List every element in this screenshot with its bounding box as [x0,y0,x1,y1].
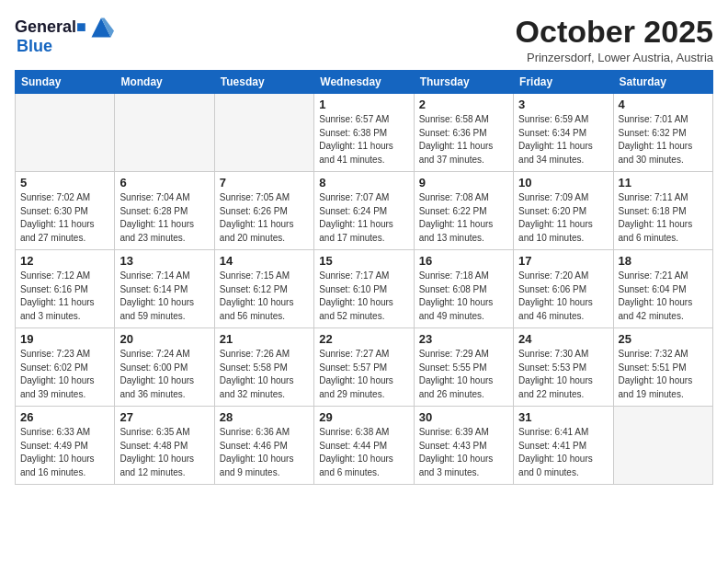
day-info: Sunrise: 6:38 AMSunset: 4:44 PMDaylight:… [319,426,408,479]
day-info: Sunrise: 7:05 AMSunset: 6:26 PMDaylight:… [220,191,309,245]
calendar-cell: 31Sunrise: 6:41 AMSunset: 4:41 PMDayligh… [514,407,613,485]
day-number: 16 [419,254,508,268]
col-wednesday: Wednesday [314,71,414,94]
day-info: Sunrise: 6:58 AMSunset: 6:36 PMDaylight:… [419,113,508,167]
day-number: 31 [518,410,608,424]
calendar-cell: 20Sunrise: 7:24 AMSunset: 6:00 PMDayligh… [115,328,214,407]
col-saturday: Saturday [613,71,712,94]
week-row-2: 5Sunrise: 7:02 AMSunset: 6:30 PMDaylight… [16,172,713,250]
logo-icon [88,15,114,40]
day-info: Sunrise: 7:20 AMSunset: 6:06 PMDaylight:… [518,270,608,323]
day-number: 29 [319,410,408,424]
day-number: 1 [319,98,408,111]
day-info: Sunrise: 7:08 AMSunset: 6:22 PMDaylight:… [419,191,508,245]
calendar-header-row: Sunday Monday Tuesday Wednesday Thursday… [16,71,713,94]
day-number: 18 [619,254,708,268]
calendar-cell [16,94,115,172]
day-info: Sunrise: 7:11 AMSunset: 6:18 PMDaylight:… [619,191,708,245]
day-number: 23 [419,332,508,346]
calendar-cell: 12Sunrise: 7:12 AMSunset: 6:16 PMDayligh… [16,250,115,328]
calendar-cell: 15Sunrise: 7:17 AMSunset: 6:10 PMDayligh… [314,250,414,328]
calendar-cell: 17Sunrise: 7:20 AMSunset: 6:06 PMDayligh… [514,250,613,328]
day-info: Sunrise: 7:04 AMSunset: 6:28 PMDaylight:… [119,191,209,245]
day-info: Sunrise: 7:01 AMSunset: 6:32 PMDaylight:… [619,113,708,167]
calendar-cell: 21Sunrise: 7:26 AMSunset: 5:58 PMDayligh… [214,328,313,407]
day-info: Sunrise: 6:39 AMSunset: 4:43 PMDaylight:… [419,426,508,479]
day-info: Sunrise: 7:18 AMSunset: 6:08 PMDaylight:… [419,270,508,323]
calendar-cell: 28Sunrise: 6:36 AMSunset: 4:46 PMDayligh… [214,407,313,485]
logo-text: General■ [15,18,86,37]
day-info: Sunrise: 6:33 AMSunset: 4:49 PMDaylight:… [20,426,109,479]
calendar-cell: 27Sunrise: 6:35 AMSunset: 4:48 PMDayligh… [115,407,214,485]
day-number: 15 [319,254,408,268]
day-number: 17 [518,254,608,268]
week-row-3: 12Sunrise: 7:12 AMSunset: 6:16 PMDayligh… [16,250,713,328]
col-thursday: Thursday [414,71,513,94]
week-row-4: 19Sunrise: 7:23 AMSunset: 6:02 PMDayligh… [16,328,713,407]
day-info: Sunrise: 7:32 AMSunset: 5:51 PMDaylight:… [619,348,708,401]
calendar-cell: 14Sunrise: 7:15 AMSunset: 6:12 PMDayligh… [214,250,313,328]
day-number: 14 [220,254,309,268]
day-number: 12 [20,254,109,268]
day-number: 30 [419,410,508,424]
calendar-cell: 13Sunrise: 7:14 AMSunset: 6:14 PMDayligh… [115,250,214,328]
day-number: 3 [518,98,608,111]
day-number: 20 [119,332,209,346]
calendar-cell: 19Sunrise: 7:23 AMSunset: 6:02 PMDayligh… [16,328,115,407]
calendar-cell: 23Sunrise: 7:29 AMSunset: 5:55 PMDayligh… [414,328,513,407]
calendar-cell: 10Sunrise: 7:09 AMSunset: 6:20 PMDayligh… [514,172,613,250]
header: General■ Blue October 2025 Prinzersdorf,… [15,15,713,64]
day-info: Sunrise: 6:57 AMSunset: 6:38 PMDaylight:… [319,113,408,167]
calendar-cell: 3Sunrise: 6:59 AMSunset: 6:34 PMDaylight… [514,94,613,172]
calendar-cell: 7Sunrise: 7:05 AMSunset: 6:26 PMDaylight… [214,172,313,250]
day-info: Sunrise: 6:41 AMSunset: 4:41 PMDaylight:… [518,426,608,479]
calendar-cell: 30Sunrise: 6:39 AMSunset: 4:43 PMDayligh… [414,407,513,485]
day-number: 10 [518,176,608,190]
calendar-cell: 22Sunrise: 7:27 AMSunset: 5:57 PMDayligh… [314,328,414,407]
day-info: Sunrise: 7:21 AMSunset: 6:04 PMDaylight:… [619,270,708,323]
calendar-cell: 1Sunrise: 6:57 AMSunset: 6:38 PMDaylight… [314,94,414,172]
week-row-1: 1Sunrise: 6:57 AMSunset: 6:38 PMDaylight… [16,94,713,172]
day-number: 25 [619,332,708,346]
day-number: 24 [518,332,608,346]
location-subtitle: Prinzersdorf, Lower Austria, Austria [516,51,713,64]
month-title: October 2025 [516,15,713,49]
day-info: Sunrise: 6:35 AMSunset: 4:48 PMDaylight:… [119,426,209,479]
day-number: 9 [419,176,508,190]
col-friday: Friday [514,71,613,94]
day-number: 21 [220,332,309,346]
day-number: 13 [119,254,209,268]
calendar-cell [613,407,712,485]
day-info: Sunrise: 7:29 AMSunset: 5:55 PMDaylight:… [419,348,508,401]
calendar-cell: 8Sunrise: 7:07 AMSunset: 6:24 PMDaylight… [314,172,414,250]
day-number: 6 [119,176,209,190]
day-info: Sunrise: 7:17 AMSunset: 6:10 PMDaylight:… [319,270,408,323]
col-tuesday: Tuesday [214,71,313,94]
day-number: 11 [619,176,708,190]
logo: General■ Blue [15,15,114,56]
day-info: Sunrise: 7:15 AMSunset: 6:12 PMDaylight:… [220,270,309,323]
title-block: October 2025 Prinzersdorf, Lower Austria… [516,15,713,64]
day-number: 4 [619,98,708,111]
calendar-cell: 29Sunrise: 6:38 AMSunset: 4:44 PMDayligh… [314,407,414,485]
calendar-cell: 5Sunrise: 7:02 AMSunset: 6:30 PMDaylight… [16,172,115,250]
day-info: Sunrise: 7:24 AMSunset: 6:00 PMDaylight:… [119,348,209,401]
day-info: Sunrise: 7:27 AMSunset: 5:57 PMDaylight:… [319,348,408,401]
day-info: Sunrise: 7:30 AMSunset: 5:53 PMDaylight:… [518,348,608,401]
calendar-cell: 6Sunrise: 7:04 AMSunset: 6:28 PMDaylight… [115,172,214,250]
calendar-cell: 2Sunrise: 6:58 AMSunset: 6:36 PMDaylight… [414,94,513,172]
col-sunday: Sunday [16,71,115,94]
day-info: Sunrise: 7:12 AMSunset: 6:16 PMDaylight:… [20,270,109,323]
day-number: 2 [419,98,508,111]
day-info: Sunrise: 7:23 AMSunset: 6:02 PMDaylight:… [20,348,109,401]
calendar-cell [115,94,214,172]
calendar-cell: 4Sunrise: 7:01 AMSunset: 6:32 PMDaylight… [613,94,712,172]
calendar-cell: 24Sunrise: 7:30 AMSunset: 5:53 PMDayligh… [514,328,613,407]
calendar-cell: 25Sunrise: 7:32 AMSunset: 5:51 PMDayligh… [613,328,712,407]
calendar-cell: 26Sunrise: 6:33 AMSunset: 4:49 PMDayligh… [16,407,115,485]
day-number: 28 [220,410,309,424]
day-number: 19 [20,332,109,346]
day-info: Sunrise: 7:26 AMSunset: 5:58 PMDaylight:… [220,348,309,401]
calendar-cell: 9Sunrise: 7:08 AMSunset: 6:22 PMDaylight… [414,172,513,250]
day-number: 22 [319,332,408,346]
